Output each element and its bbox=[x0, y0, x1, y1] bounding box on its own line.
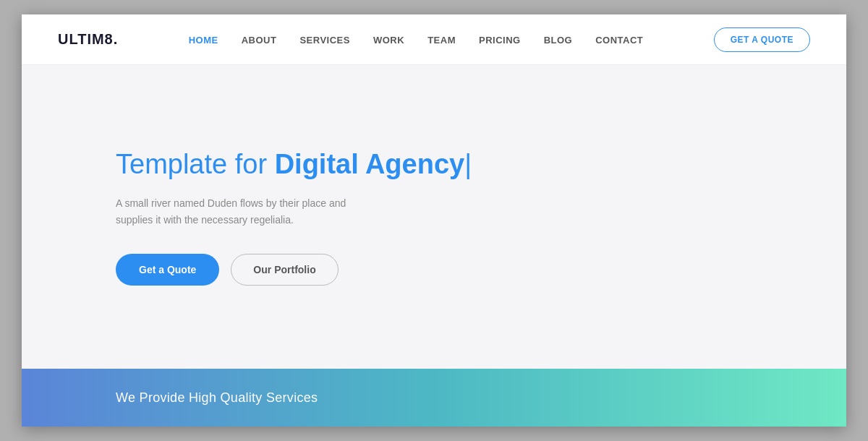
our-portfolio-button[interactable]: Our Portfolio bbox=[231, 254, 338, 286]
nav-item-home[interactable]: HOME bbox=[189, 33, 218, 46]
banner-text: We Provide High Quality Services bbox=[116, 390, 318, 406]
hero-title: Template for Digital Agency| bbox=[116, 148, 810, 181]
nav-link-pricing[interactable]: PRICING bbox=[479, 35, 521, 46]
nav-link-team[interactable]: TEAM bbox=[427, 35, 456, 46]
hero-title-part2: Digital Agency bbox=[275, 149, 465, 179]
hero-title-part1: Template for bbox=[116, 149, 275, 179]
nav-item-work[interactable]: WORK bbox=[373, 33, 404, 46]
nav-link-contact[interactable]: CONTACT bbox=[595, 35, 643, 46]
nav-item-team[interactable]: TEAM bbox=[427, 33, 456, 46]
nav-link-blog[interactable]: BLOG bbox=[544, 35, 573, 46]
nav-links: HOME ABOUT SERVICES WORK TEAM PRICING BL… bbox=[189, 33, 644, 46]
hero-title-cursor: | bbox=[464, 149, 472, 179]
nav-link-about[interactable]: ABOUT bbox=[242, 35, 277, 46]
hero-section: Template for Digital Agency| A small riv… bbox=[22, 65, 846, 369]
hero-subtitle: A small river named Duden flows by their… bbox=[116, 195, 362, 228]
nav-item-contact[interactable]: CONTACT bbox=[595, 33, 643, 46]
navbar: ULTIM8. HOME ABOUT SERVICES WORK TEAM PR… bbox=[22, 14, 846, 65]
nav-item-about[interactable]: ABOUT bbox=[242, 33, 277, 46]
nav-item-blog[interactable]: BLOG bbox=[544, 33, 573, 46]
get-quote-nav-button[interactable]: GET A QUOTE bbox=[714, 27, 810, 52]
nav-link-home[interactable]: HOME bbox=[189, 35, 218, 46]
nav-link-services[interactable]: SERVICES bbox=[299, 35, 350, 46]
nav-link-work[interactable]: WORK bbox=[373, 35, 404, 46]
browser-window: ULTIM8. HOME ABOUT SERVICES WORK TEAM PR… bbox=[22, 14, 846, 427]
nav-item-pricing[interactable]: PRICING bbox=[479, 33, 521, 46]
hero-buttons: Get a Quote Our Portfolio bbox=[116, 254, 810, 286]
nav-item-services[interactable]: SERVICES bbox=[299, 33, 350, 46]
services-banner: We Provide High Quality Services bbox=[22, 369, 846, 427]
logo: ULTIM8. bbox=[58, 31, 118, 48]
get-quote-hero-button[interactable]: Get a Quote bbox=[116, 254, 219, 286]
